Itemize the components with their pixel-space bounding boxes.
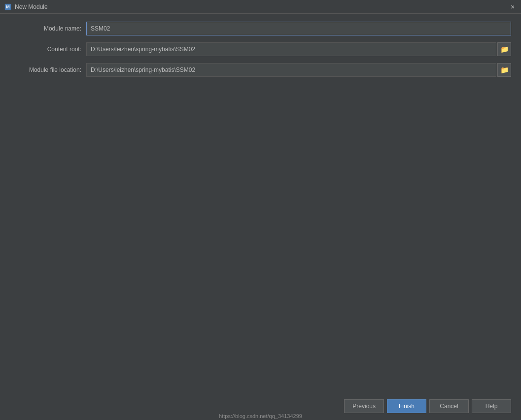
help-button[interactable]: Help — [472, 399, 511, 413]
folder-icon: 📁 — [500, 45, 509, 53]
watermark: https://blog.csdn.net/qq_34134299 — [0, 413, 521, 419]
content-root-label: Content root: — [10, 46, 81, 53]
content-root-browse-button[interactable]: 📁 — [497, 42, 511, 56]
content-root-input[interactable] — [86, 42, 496, 56]
module-name-input[interactable] — [86, 22, 511, 35]
close-button[interactable]: × — [508, 2, 517, 11]
dialog-icon: M — [4, 3, 12, 11]
module-name-row: Module name: — [10, 22, 511, 35]
svg-text:M: M — [6, 4, 10, 9]
dialog-title: New Module — [15, 3, 508, 10]
content-root-input-wrapper: 📁 — [86, 42, 511, 56]
cancel-button[interactable]: Cancel — [429, 399, 469, 413]
finish-button[interactable]: Finish — [387, 399, 426, 413]
title-bar: M New Module × — [0, 0, 521, 14]
module-file-location-label: Module file location: — [10, 66, 81, 73]
content-root-row: Content root: 📁 — [10, 42, 511, 56]
form-area: Module name: Content root: 📁 Module file… — [10, 22, 511, 77]
bottom-bar: Previous Finish Cancel Help https://blog… — [0, 394, 521, 420]
module-name-label: Module name: — [10, 25, 81, 32]
previous-button[interactable]: Previous — [344, 399, 384, 413]
module-file-location-input[interactable] — [86, 63, 496, 77]
folder-icon-2: 📁 — [500, 66, 509, 74]
module-name-input-wrapper — [86, 22, 511, 35]
module-file-location-input-wrapper: 📁 — [86, 63, 511, 77]
module-file-location-row: Module file location: 📁 — [10, 63, 511, 77]
dialog-content: Module name: Content root: 📁 Module file… — [0, 14, 521, 394]
module-file-location-browse-button[interactable]: 📁 — [497, 63, 511, 77]
